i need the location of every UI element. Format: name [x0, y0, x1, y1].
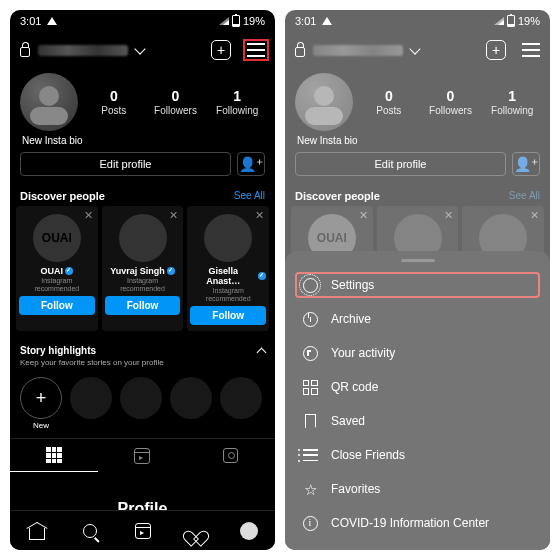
suggestion-avatar[interactable] [204, 214, 252, 262]
menu-close-friends[interactable]: Close Friends [285, 438, 550, 472]
profile-header: 0Posts 0Followers 1Following [285, 68, 550, 133]
warning-icon [322, 17, 332, 25]
discover-header: Discover people See All [285, 184, 550, 206]
battery-icon [232, 15, 240, 27]
screenshot-right: 3:01 19% + 0Posts 0Followers 1Following … [285, 10, 550, 550]
nav-search[interactable] [63, 511, 116, 550]
signal-icon [494, 17, 504, 25]
tab-reels[interactable] [98, 439, 186, 472]
archive-icon [301, 310, 319, 328]
menu-your-activity[interactable]: Your activity [285, 336, 550, 370]
lock-icon [20, 47, 30, 57]
battery-pct: 19% [518, 15, 540, 27]
profile-bio: New Insta bio [285, 133, 550, 152]
see-all-link[interactable]: See All [234, 190, 265, 202]
battery-pct: 19% [243, 15, 265, 27]
new-post-button[interactable]: + [211, 40, 231, 60]
edit-profile-button[interactable]: Edit profile [20, 152, 231, 176]
highlight-placeholder [220, 377, 262, 419]
activity-icon [301, 344, 319, 362]
gear-icon [301, 276, 319, 294]
bookmark-icon [301, 412, 319, 430]
nav-profile[interactable] [222, 511, 275, 550]
stat-posts[interactable]: 0Posts [361, 88, 417, 116]
qr-icon [301, 378, 319, 396]
profile-header: 0Posts 0Followers 1Following [10, 68, 275, 133]
close-icon[interactable]: ✕ [530, 209, 539, 222]
highlight-placeholder [120, 377, 162, 419]
new-post-button[interactable]: + [486, 40, 506, 60]
see-all-link[interactable]: See All [509, 190, 540, 202]
follow-button[interactable]: Follow [19, 296, 95, 315]
chevron-down-icon[interactable] [409, 43, 420, 54]
stat-followers[interactable]: 0Followers [423, 88, 479, 116]
tab-tagged[interactable] [187, 439, 275, 472]
lock-icon [295, 47, 305, 57]
info-icon [301, 514, 319, 532]
menu-covid-info[interactable]: COVID-19 Information Center [285, 506, 550, 540]
star-icon: ☆ [301, 480, 319, 498]
warning-icon [47, 17, 57, 25]
follow-button[interactable]: Follow [190, 306, 266, 325]
suggestion-card: ✕ Yuvraj Singh Instagram recommended Fol… [102, 206, 184, 331]
new-highlight-button[interactable]: + [20, 377, 62, 419]
username-blurred[interactable] [38, 45, 128, 56]
menu-qr-code[interactable]: QR code [285, 370, 550, 404]
menu-button[interactable] [247, 43, 265, 57]
search-icon [83, 524, 97, 538]
stat-followers[interactable]: 0Followers [148, 88, 204, 116]
close-icon[interactable]: ✕ [359, 209, 368, 222]
close-icon[interactable]: ✕ [255, 209, 264, 222]
stat-following[interactable]: 1Following [484, 88, 540, 116]
tab-grid[interactable] [10, 439, 98, 472]
profile-tabs [10, 438, 275, 472]
verified-icon [258, 272, 266, 280]
suggestion-avatar[interactable]: OUAI [33, 214, 81, 262]
close-icon[interactable]: ✕ [169, 209, 178, 222]
discover-people-button[interactable]: 👤⁺ [237, 152, 265, 176]
battery-icon [507, 15, 515, 27]
menu-favorites[interactable]: ☆ Favorites [285, 472, 550, 506]
screenshot-left: 3:01 19% + 0Posts 0Followers 1Following … [10, 10, 275, 550]
profile-avatar[interactable] [20, 73, 78, 131]
chevron-up-icon[interactable] [257, 347, 267, 357]
edit-profile-button[interactable]: Edit profile [295, 152, 506, 176]
menu-button[interactable] [522, 43, 540, 57]
suggestion-card: ✕ Gisella Anast… Instagram recommended F… [187, 206, 269, 331]
profile-icon [240, 522, 258, 540]
reels-icon [135, 523, 151, 539]
status-time: 3:01 [295, 15, 316, 27]
close-icon[interactable]: ✕ [84, 209, 93, 222]
verified-icon [167, 267, 175, 275]
close-icon[interactable]: ✕ [444, 209, 453, 222]
menu-settings[interactable]: Settings [291, 268, 544, 302]
suggestion-avatar[interactable] [119, 214, 167, 262]
menu-saved[interactable]: Saved [285, 404, 550, 438]
list-icon [301, 446, 319, 464]
discover-cards: ✕ OUAI OUAI Instagram recommended Follow… [10, 206, 275, 337]
options-menu-sheet[interactable]: Settings Archive Your activity QR code S… [285, 251, 550, 550]
follow-button[interactable]: Follow [105, 296, 181, 315]
drag-handle[interactable] [401, 259, 435, 262]
stat-following[interactable]: 1Following [209, 88, 265, 116]
chevron-down-icon[interactable] [134, 43, 145, 54]
nav-home[interactable] [10, 511, 63, 550]
profile-topbar: + [10, 32, 275, 68]
story-highlights-section: Story highlights Keep your favorite stor… [10, 337, 275, 371]
profile-topbar: + [285, 32, 550, 68]
profile-bio: New Insta bio [10, 133, 275, 152]
highlight-placeholder [70, 377, 112, 419]
stat-posts[interactable]: 0Posts [86, 88, 142, 116]
profile-avatar[interactable] [295, 73, 353, 131]
nav-reels[interactable] [116, 511, 169, 550]
menu-archive[interactable]: Archive [285, 302, 550, 336]
reels-icon [134, 448, 150, 464]
highlight-bubbles: + New [10, 371, 275, 438]
username-blurred[interactable] [313, 45, 403, 56]
verified-icon [65, 267, 73, 275]
nav-activity[interactable] [169, 511, 222, 550]
discover-people-button[interactable]: 👤⁺ [512, 152, 540, 176]
heart-icon [188, 524, 204, 538]
suggestion-card: ✕ OUAI OUAI Instagram recommended Follow [16, 206, 98, 331]
grid-icon [46, 447, 62, 463]
